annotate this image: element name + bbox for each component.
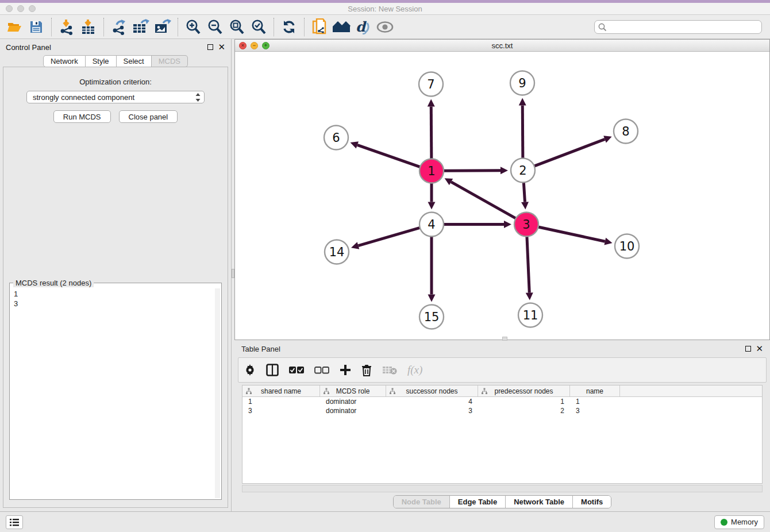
node-label-4: 4 [428, 218, 435, 232]
network-window-title: scc.txt [492, 41, 513, 50]
delete-column-button[interactable] [361, 364, 372, 376]
network-maximize-button[interactable]: + [262, 42, 270, 49]
first-neighbors-button[interactable] [332, 17, 351, 37]
delete-table-button[interactable] [382, 365, 397, 375]
mcds-result-list[interactable]: 13 [10, 288, 221, 499]
edge-4-14[interactable] [358, 228, 419, 245]
toolbar-separator [274, 18, 274, 36]
show-hide-button[interactable] [375, 17, 395, 37]
network-graph[interactable]: 1234678910111415 [235, 52, 769, 340]
import-table-button[interactable] [79, 17, 98, 37]
arrowhead-1-2 [500, 167, 508, 174]
edge-1-2[interactable] [444, 171, 500, 171]
float-table-panel-icon[interactable] [745, 346, 751, 352]
function-builder-button[interactable]: f(x) [407, 364, 422, 376]
column-header-shared-name[interactable]: shared name [242, 385, 320, 396]
column-header-name[interactable]: name [570, 385, 620, 396]
create-column-button[interactable] [340, 364, 351, 376]
export-table-button[interactable] [131, 17, 151, 37]
minimize-window-button[interactable] [17, 5, 24, 12]
table-cell[interactable]: 3 [386, 406, 478, 415]
select-all-button[interactable] [289, 367, 304, 374]
eye-icon [376, 21, 394, 33]
close-table-panel-icon[interactable]: ✕ [756, 346, 763, 352]
horizontal-splitter-handle[interactable] [502, 337, 507, 341]
close-window-button[interactable] [6, 5, 13, 12]
export-image-button[interactable] [153, 17, 172, 37]
table-cell[interactable]: 2 [478, 406, 570, 415]
column-header-predecessor-nodes[interactable]: predecessor nodes [478, 385, 570, 396]
column-label: successor nodes [406, 387, 457, 395]
table-scrollbar[interactable] [242, 485, 763, 492]
zoom-fit-icon [229, 19, 245, 35]
arrowhead-1-4 [428, 202, 436, 210]
memory-button[interactable]: Memory [714, 515, 764, 529]
table-row[interactable]: 1dominator411 [242, 397, 762, 406]
edge-1-7[interactable] [431, 106, 432, 159]
arrowhead-3-11 [526, 292, 533, 300]
toolbar-separator [178, 18, 178, 36]
main-toolbar: d [0, 15, 770, 39]
node-label-3: 3 [522, 218, 530, 232]
columns-icon [266, 364, 279, 376]
export-network-button[interactable] [109, 17, 129, 37]
zoom-in-button[interactable] [183, 17, 203, 37]
search-input[interactable] [594, 20, 762, 34]
import-network-button[interactable] [57, 17, 76, 37]
tab-style[interactable]: Style [86, 55, 117, 67]
table-cell[interactable]: 3 [570, 406, 620, 415]
clone-network-button[interactable] [310, 17, 329, 37]
zoom-fit-button[interactable] [227, 17, 247, 37]
tab-network-table[interactable]: Network Table [505, 496, 572, 508]
table-cell[interactable]: 1 [570, 397, 620, 406]
table-cell[interactable]: 4 [386, 397, 478, 406]
table-row[interactable]: 3dominator323 [242, 406, 762, 415]
edge-2-3[interactable] [523, 182, 525, 202]
tab-node-table[interactable]: Node Table [394, 496, 449, 508]
table-settings-button[interactable] [244, 364, 256, 376]
tab-mcds[interactable]: MCDS [152, 55, 188, 67]
control-panel-header: Control Panel ✕ [0, 39, 231, 55]
show-columns-button[interactable] [266, 364, 279, 376]
arrowhead-2-9 [519, 98, 526, 105]
refresh-button[interactable] [279, 17, 299, 37]
network-close-button[interactable]: × [239, 42, 247, 49]
float-panel-icon[interactable] [207, 44, 213, 50]
network-view-window: × − + scc.txt 1234678910111415 [234, 39, 770, 340]
tab-motifs[interactable]: Motifs [572, 496, 611, 508]
zoom-out-button[interactable] [205, 17, 225, 37]
task-history-button[interactable] [6, 515, 23, 529]
tab-edge-table[interactable]: Edge Table [449, 496, 505, 508]
zoom-window-button[interactable] [29, 5, 36, 12]
close-panel-button[interactable]: Close panel [119, 110, 178, 123]
edge-3-10[interactable] [538, 227, 605, 241]
save-session-button[interactable] [26, 17, 46, 37]
node-table[interactable]: shared nameMCDS rolesuccessor nodesprede… [242, 385, 763, 484]
clone-network-icon [311, 18, 328, 36]
edge-2-8[interactable] [534, 139, 605, 166]
deselect-all-button[interactable] [314, 367, 329, 374]
edge-3-1[interactable] [451, 182, 516, 219]
tab-select[interactable]: Select [117, 55, 152, 67]
column-header-MCDS-role[interactable]: MCDS role [320, 385, 386, 396]
tab-network[interactable]: Network [43, 55, 86, 67]
zoom-selected-button[interactable] [249, 17, 268, 37]
sort-hierarchy-icon [323, 388, 330, 395]
table-cell[interactable]: 1 [478, 397, 570, 406]
close-panel-icon[interactable]: ✕ [218, 44, 225, 50]
table-cell[interactable]: dominator [320, 406, 386, 415]
run-mcds-button[interactable]: Run MCDS [53, 110, 111, 123]
edge-3-11[interactable] [527, 236, 529, 292]
table-cell[interactable]: 1 [242, 397, 320, 406]
table-cell[interactable]: 3 [242, 406, 320, 415]
edge-1-6[interactable] [357, 145, 420, 167]
table-cell[interactable]: dominator [320, 397, 386, 406]
network-minimize-button[interactable]: − [251, 42, 258, 49]
criterion-select[interactable]: strongly connected component [26, 91, 205, 103]
plus-icon [340, 364, 351, 376]
column-header-successor-nodes[interactable]: successor nodes [386, 385, 478, 396]
open-session-button[interactable] [5, 17, 24, 37]
edge-2-9[interactable] [522, 105, 523, 158]
diffusion-button[interactable]: d [353, 17, 373, 37]
result-scrollbar[interactable] [215, 288, 220, 498]
